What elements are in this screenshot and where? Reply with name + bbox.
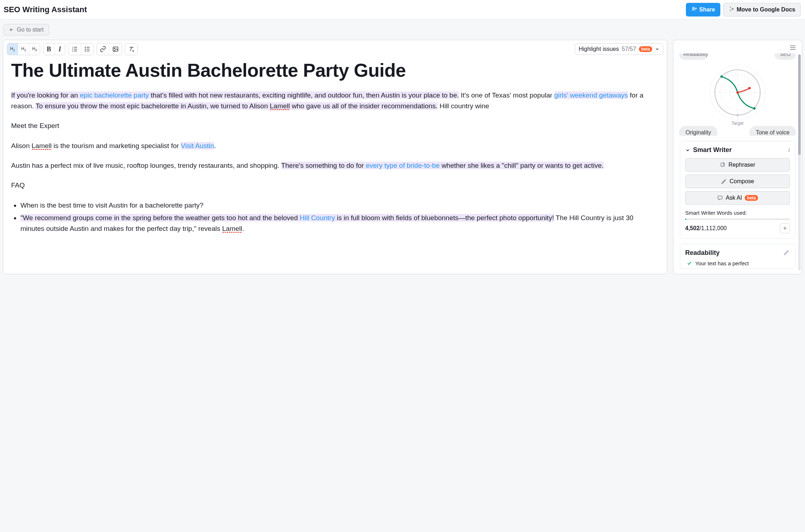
- svg-point-30: [748, 87, 750, 89]
- move-to-gdocs-button[interactable]: Move to Google Docs: [723, 3, 801, 16]
- smart-writer-header[interactable]: Smart Writer: [685, 146, 732, 154]
- panel-menu-button[interactable]: [790, 45, 796, 51]
- link-hill-country[interactable]: Hill Country: [300, 214, 335, 222]
- ordered-list-button[interactable]: 123: [69, 43, 81, 55]
- image-button[interactable]: [109, 43, 122, 55]
- svg-point-0: [693, 7, 695, 9]
- italic-button[interactable]: I: [54, 43, 65, 55]
- link-button[interactable]: [97, 43, 109, 55]
- compose-icon: [721, 179, 727, 184]
- editor-panel: H1 H2 H3 B I 123: [3, 40, 667, 274]
- export-icon: [729, 6, 734, 13]
- words-count: 4,502/1,112,000: [685, 225, 727, 232]
- right-scrollbar[interactable]: [798, 54, 801, 270]
- add-words-button[interactable]: +: [780, 223, 790, 233]
- insert-group: [96, 43, 122, 55]
- svg-point-32: [736, 114, 739, 116]
- beta-badge-ai: beta: [745, 195, 758, 201]
- link-girls-weekend[interactable]: girls' weekend getaways: [554, 91, 628, 99]
- move-label: Move to Google Docs: [736, 6, 795, 13]
- check-icon: [687, 260, 692, 267]
- tone-pill[interactable]: Tone of voice: [749, 126, 796, 136]
- heading-group: H1 H2 H3: [7, 43, 40, 55]
- go-to-start-label: Go to start: [17, 27, 44, 33]
- paragraph-4: Austin has a perfect mix of live music, …: [11, 160, 659, 171]
- svg-point-9: [85, 47, 86, 48]
- rephraser-icon: [720, 162, 726, 168]
- originality-pill[interactable]: Originality: [679, 126, 717, 136]
- svg-rect-34: [718, 196, 722, 199]
- unordered-list-button[interactable]: [81, 43, 93, 55]
- hamburger-icon: [790, 45, 796, 50]
- h3-button[interactable]: H3: [29, 43, 40, 55]
- paragraph-3: Alison Lamell is the tourism and marketi…: [11, 141, 659, 151]
- right-panel-header: [673, 40, 802, 53]
- paragraph-2: Meet the Expert: [11, 120, 659, 131]
- svg-rect-7: [74, 49, 77, 49]
- top-actions: Share Move to Google Docs: [686, 3, 801, 16]
- go-to-start-button[interactable]: Go to start: [4, 24, 49, 35]
- scrollbar-thumb[interactable]: [798, 54, 801, 155]
- compose-button[interactable]: Compose: [685, 175, 790, 188]
- share-label: Share: [699, 6, 715, 13]
- svg-rect-14: [87, 51, 90, 52]
- share-icon: [691, 6, 697, 13]
- arrow-left-icon: [9, 27, 14, 32]
- highlight-label: Highlight issues: [579, 46, 619, 52]
- faq-item-1: When is the best time to visit Austin fo…: [20, 200, 659, 210]
- svg-point-10: [85, 49, 86, 50]
- radar-label-readability[interactable]: Readability: [679, 53, 708, 60]
- info-icon[interactable]: i: [788, 147, 790, 153]
- chevron-down-icon: [655, 47, 659, 51]
- h2-button[interactable]: H2: [18, 43, 29, 55]
- svg-point-29: [736, 91, 739, 94]
- format-group: B I: [43, 43, 65, 55]
- svg-point-11: [85, 51, 86, 52]
- words-row: 4,502/1,112,000 +: [685, 223, 790, 233]
- rephraser-button[interactable]: Rephraser: [685, 158, 790, 172]
- clear-format-button[interactable]: [125, 43, 137, 55]
- svg-point-16: [114, 48, 115, 49]
- radar-chart-section: Readability SEO: [673, 53, 802, 136]
- chat-icon: [717, 195, 723, 201]
- paragraph-1: If you're looking for an epic bacheloret…: [11, 90, 659, 111]
- ordered-list-icon: 123: [71, 46, 78, 52]
- share-button[interactable]: Share: [686, 3, 720, 16]
- edit-icon[interactable]: [783, 249, 790, 257]
- svg-rect-13: [87, 49, 90, 49]
- link-icon: [100, 46, 106, 52]
- clear-format-icon: [128, 46, 135, 52]
- beta-badge: beta: [639, 46, 652, 52]
- link-epic-bachelorette[interactable]: epic bachelorette party: [80, 91, 149, 99]
- svg-point-31: [753, 107, 755, 109]
- svg-rect-8: [74, 51, 77, 52]
- main-area: H1 H2 H3 B I 123: [0, 40, 805, 277]
- sub-header: Go to start: [0, 19, 805, 40]
- smart-writer-card: Smart Writer i Rephraser Compose Ask AI …: [680, 141, 795, 239]
- radar-chart: [700, 62, 775, 123]
- svg-point-28: [720, 75, 722, 77]
- list-group: 123: [68, 43, 94, 55]
- issues-count: 57/57: [622, 46, 636, 52]
- link-bride-to-be[interactable]: every type of bride-to-be: [366, 162, 440, 169]
- radar-label-seo[interactable]: SEO: [775, 53, 796, 60]
- editor-toolbar: H1 H2 H3 B I 123: [3, 40, 667, 58]
- right-panel: Readability SEO: [673, 40, 802, 274]
- editor-content[interactable]: The Ultimate Austin Bachelorette Party G…: [3, 58, 667, 243]
- link-visit-austin[interactable]: Visit Austin: [181, 142, 214, 149]
- readability-card: Readability Your text has a perfect: [680, 244, 795, 269]
- app-title: SEO Writing Assistant: [4, 5, 87, 14]
- faq-heading: FAQ: [11, 180, 659, 190]
- svg-rect-6: [74, 47, 77, 48]
- words-progress-bar: [685, 219, 790, 220]
- ask-ai-button[interactable]: Ask AI beta: [685, 191, 790, 205]
- toolbar-left: H1 H2 H3 B I 123: [7, 43, 138, 55]
- bold-button[interactable]: B: [43, 43, 54, 55]
- readability-title: Readability: [685, 249, 720, 257]
- svg-text:3: 3: [72, 50, 73, 52]
- readability-status: Your text has a perfect: [685, 260, 790, 267]
- h1-button[interactable]: H1: [7, 43, 18, 55]
- image-icon: [112, 46, 119, 52]
- faq-list: When is the best time to visit Austin fo…: [11, 200, 659, 234]
- highlight-issues-dropdown[interactable]: Highlight issues 57/57 beta: [575, 43, 663, 55]
